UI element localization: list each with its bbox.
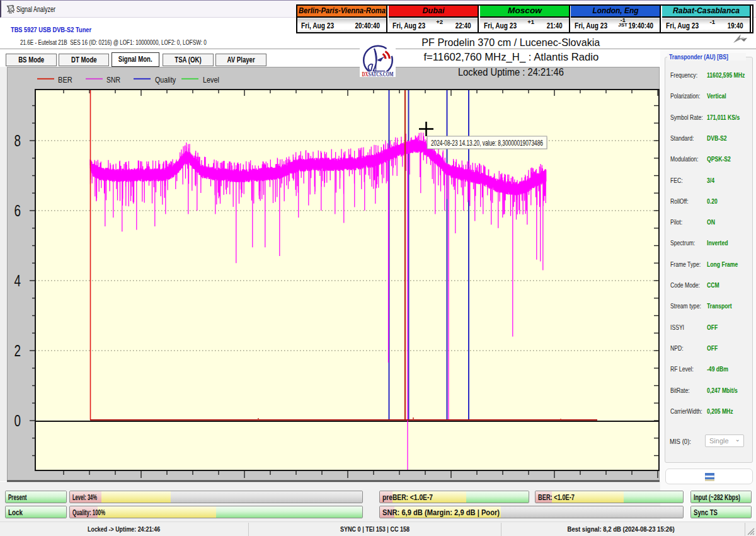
svg-text:0: 0 (14, 411, 21, 430)
svg-text:DXSATCS.COM: DXSATCS.COM (362, 71, 394, 78)
svg-text:BER: BER (58, 75, 72, 84)
svg-text:2024-08-23 14.13.20, value: 8,: 2024-08-23 14.13.20, value: 8,3000001907… (431, 138, 543, 148)
svg-text:SNR: SNR (106, 75, 120, 84)
svg-text:8: 8 (14, 131, 21, 150)
svg-text:4: 4 (14, 271, 21, 290)
svg-text:6: 6 (14, 201, 21, 220)
svg-text:Quality: Quality (155, 75, 176, 84)
svg-text:2: 2 (14, 341, 21, 360)
svg-text:Level: Level (203, 75, 219, 84)
